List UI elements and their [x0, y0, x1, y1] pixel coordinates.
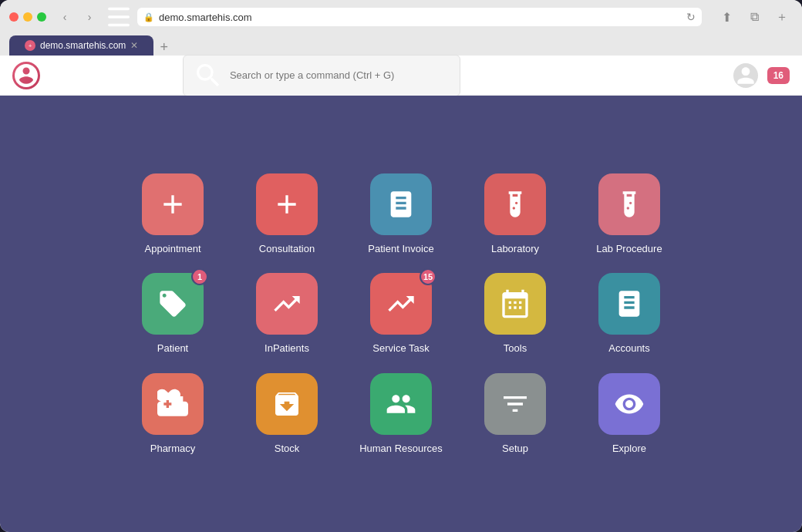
human-resources-label: Human Resources: [359, 443, 443, 455]
app-logo: [12, 62, 40, 89]
share-button[interactable]: ⬆: [716, 8, 737, 25]
tab-favicon: +: [25, 40, 35, 51]
module-item-patient[interactable]: 1Patient: [126, 273, 219, 355]
tab-bar: + demo.smartehis.com ✕ +: [9, 32, 793, 56]
module-item-explore[interactable]: Explore: [583, 373, 676, 455]
consultation-icon: [256, 173, 318, 235]
svg-rect-1: [108, 15, 130, 19]
tab-title: demo.smartehis.com: [40, 40, 126, 51]
module-item-stock[interactable]: Stock: [241, 373, 333, 455]
appointment-label: Appointment: [145, 243, 201, 255]
back-button[interactable]: ‹: [54, 8, 76, 25]
stock-icon: [256, 373, 318, 435]
forward-button[interactable]: ›: [79, 8, 100, 25]
header-right: 16: [733, 63, 790, 88]
user-avatar[interactable]: [733, 63, 758, 88]
setup-label: Setup: [502, 443, 528, 455]
patient-label: Patient: [157, 342, 188, 355]
inpatients-icon: [256, 273, 318, 335]
module-item-patient-invoice[interactable]: Patient Invoice: [355, 173, 447, 255]
patient-invoice-icon: [370, 173, 432, 235]
maximize-button[interactable]: [37, 12, 46, 22]
app-header: 16: [0, 56, 802, 96]
patient-invoice-label: Patient Invoice: [368, 243, 433, 255]
module-item-setup[interactable]: Setup: [469, 373, 561, 455]
module-item-inpatients[interactable]: InPatients: [241, 273, 333, 355]
address-bar[interactable]: 🔒 demo.smartehis.com ↻: [137, 8, 702, 26]
modules-grid: AppointmentConsultationPatient InvoiceLa…: [126, 173, 676, 455]
tab-overview-button[interactable]: ⧉: [743, 8, 765, 25]
tab-close-button[interactable]: ✕: [130, 40, 138, 51]
module-item-consultation[interactable]: Consultation: [241, 173, 333, 255]
module-item-human-resources[interactable]: Human Resources: [355, 373, 447, 455]
laboratory-label: Laboratory: [491, 243, 539, 255]
patient-badge: 1: [191, 268, 208, 285]
traffic-lights: [9, 12, 46, 22]
stock-label: Stock: [275, 443, 300, 455]
consultation-label: Consultation: [259, 243, 315, 255]
lock-icon: 🔒: [143, 12, 154, 22]
module-item-accounts[interactable]: Accounts: [583, 273, 676, 355]
setup-icon: [484, 373, 546, 435]
service-task-label: Service Task: [372, 342, 429, 355]
lab-procedure-label: Lab Procedure: [596, 243, 662, 255]
new-tab-button[interactable]: ＋: [771, 8, 793, 25]
appointment-icon: [142, 173, 204, 235]
service-task-badge: 15: [420, 268, 436, 285]
browser-chrome: ‹ › 🔒 demo.smartehis.com ↻ ⬆ ⧉ ＋: [0, 0, 802, 56]
reload-button[interactable]: ↻: [686, 11, 696, 23]
close-button[interactable]: [9, 12, 19, 22]
add-tab-button[interactable]: +: [153, 39, 174, 56]
tools-icon: [484, 273, 546, 335]
minimize-button[interactable]: [23, 12, 32, 22]
sidebar-toggle-button[interactable]: [108, 8, 130, 25]
module-item-service-task[interactable]: 15Service Task: [355, 273, 447, 355]
accounts-label: Accounts: [608, 342, 649, 355]
inpatients-label: InPatients: [265, 342, 309, 355]
module-item-laboratory[interactable]: Laboratory: [469, 173, 561, 255]
active-tab[interactable]: + demo.smartehis.com ✕: [9, 35, 153, 56]
module-item-pharmacy[interactable]: Pharmacy: [126, 373, 219, 455]
accounts-icon: [598, 273, 660, 335]
module-item-tools[interactable]: Tools: [469, 273, 561, 355]
module-item-lab-procedure[interactable]: Lab Procedure: [583, 173, 676, 255]
tools-label: Tools: [504, 342, 527, 355]
url-text: demo.smartehis.com: [159, 12, 682, 23]
module-item-appointment[interactable]: Appointment: [126, 173, 219, 255]
explore-icon: [598, 373, 660, 435]
svg-rect-0: [108, 8, 130, 11]
explore-label: Explore: [612, 443, 646, 455]
app-main: AppointmentConsultationPatient InvoiceLa…: [0, 96, 802, 532]
service-task-icon: 15: [370, 273, 432, 335]
svg-rect-2: [108, 24, 130, 27]
lab-procedure-icon: [598, 173, 660, 235]
patient-icon: 1: [142, 273, 204, 335]
notification-badge[interactable]: 16: [767, 67, 790, 84]
search-bar[interactable]: [183, 55, 460, 96]
browser-window: ‹ › 🔒 demo.smartehis.com ↻ ⬆ ⧉ ＋: [0, 0, 802, 532]
pharmacy-label: Pharmacy: [150, 443, 196, 455]
laboratory-icon: [484, 173, 546, 235]
pharmacy-icon: [142, 373, 204, 435]
search-input[interactable]: [230, 69, 450, 81]
human-resources-icon: [370, 373, 432, 435]
